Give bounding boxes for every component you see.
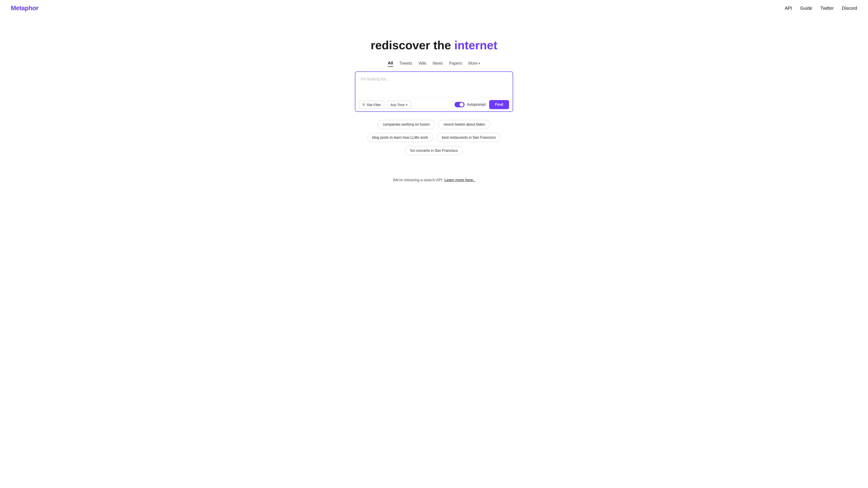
nav-link-twitter[interactable]: Twitter <box>820 6 834 11</box>
nav-link-api[interactable]: API <box>785 6 792 11</box>
suggestion-chip[interactable]: best restaurants in San Francisco <box>437 133 501 142</box>
toggle-slider <box>455 102 465 107</box>
navbar: Metaphor APIGuideTwitterDiscord <box>0 0 868 16</box>
headline-prefix: rediscover the <box>371 39 454 52</box>
search-footer-right: Autoprompt Find <box>455 100 509 109</box>
suggestion-row-1: blog posts to learn how LLMs workbest re… <box>367 133 501 142</box>
suggestion-chip[interactable]: fun concerts in San Francisco <box>405 146 463 155</box>
search-tabs: AllTweetsWikiNewsPapersMore▾ <box>388 61 480 67</box>
suggestions: companies working on fusionrecent tweets… <box>367 120 501 155</box>
more-chevron-icon: ▾ <box>478 62 480 65</box>
suggestion-row-0: companies working on fusionrecent tweets… <box>378 120 490 129</box>
main-content: rediscover the internet AllTweetsWikiNew… <box>0 16 868 182</box>
autoprompt-row: Autoprompt <box>455 102 486 107</box>
tab-papers[interactable]: Papers <box>449 61 462 67</box>
tab-news[interactable]: News <box>433 61 443 67</box>
logo[interactable]: Metaphor <box>11 4 38 12</box>
filter-icon: ⊟ <box>362 103 365 106</box>
tab-wiki[interactable]: Wiki <box>418 61 426 67</box>
autoprompt-toggle[interactable] <box>455 102 465 107</box>
suggestion-row-2: fun concerts in San Francisco <box>405 146 463 155</box>
footer-link[interactable]: Learn more here.. <box>444 178 475 182</box>
tab-all[interactable]: All <box>388 61 393 67</box>
find-button[interactable]: Find <box>489 100 509 109</box>
site-filter-label: Site Filter <box>367 103 381 107</box>
search-input[interactable] <box>355 72 513 97</box>
autoprompt-label: Autoprompt <box>467 103 486 107</box>
site-filter-button[interactable]: ⊟ Site Filter <box>359 101 384 109</box>
search-footer-left: ⊟ Site Filter Any Time ▾ <box>359 101 411 109</box>
nav-link-guide[interactable]: Guide <box>800 6 812 11</box>
hero-headline: rediscover the internet <box>371 39 498 52</box>
footer-text: We're releasing a search API. <box>393 178 445 182</box>
tab-tweets[interactable]: Tweets <box>399 61 412 67</box>
nav-links: APIGuideTwitterDiscord <box>785 6 857 11</box>
tab-more-label: More <box>468 61 477 66</box>
headline-accent: internet <box>454 39 498 52</box>
time-select-button[interactable]: Any Time ▾ <box>387 101 411 109</box>
search-footer: ⊟ Site Filter Any Time ▾ Autoprompt Find <box>355 98 513 111</box>
time-select-label: Any Time <box>391 103 405 107</box>
time-chevron-icon: ▾ <box>406 103 408 106</box>
suggestion-chip[interactable]: companies working on fusion <box>378 120 435 129</box>
footer-announcement: We're releasing a search API. Learn more… <box>393 178 475 182</box>
suggestion-chip[interactable]: blog posts to learn how LLMs work <box>367 133 433 142</box>
tab-more[interactable]: More▾ <box>468 61 480 67</box>
search-box: ⊟ Site Filter Any Time ▾ Autoprompt Find <box>355 71 513 112</box>
suggestion-chip[interactable]: recent tweets about biden <box>438 120 490 129</box>
nav-link-discord[interactable]: Discord <box>842 6 857 11</box>
